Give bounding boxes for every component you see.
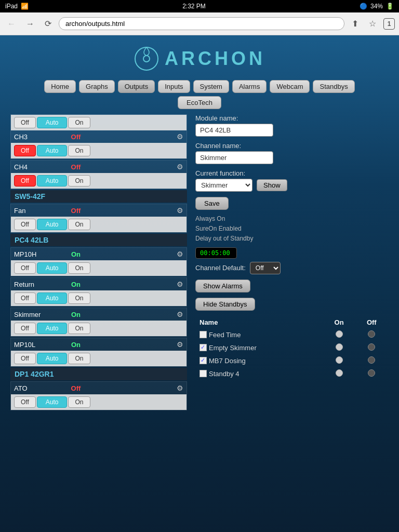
return-on-btn[interactable]: On (68, 292, 90, 304)
ch4-auto-btn[interactable]: Auto (37, 175, 68, 187)
module-name-label: Module name: (195, 114, 389, 122)
feedtime-on-radio[interactable] (336, 330, 343, 338)
bookmark-button[interactable]: ☆ (366, 18, 379, 30)
skimmer-on-btn[interactable]: On (68, 323, 90, 334)
ch3-bot-on-btn[interactable]: On (68, 145, 90, 156)
nav-system[interactable]: System (193, 80, 229, 93)
reload-button[interactable]: ⟳ (42, 18, 55, 30)
nav-inputs[interactable]: Inputs (158, 80, 190, 93)
url-bar[interactable] (59, 17, 344, 30)
ch4-gear-icon[interactable]: ⚙ (177, 163, 183, 171)
nav-alarms[interactable]: Alarms (232, 80, 267, 93)
channel-row-ato: ATO Off ⚙ (11, 382, 187, 394)
control-row-mp10l: Off Auto On (11, 351, 187, 366)
ato-on-btn[interactable]: On (68, 396, 90, 408)
col-on-header: On (324, 317, 355, 328)
ch3-bot-auto-btn[interactable]: Auto (37, 145, 68, 156)
control-row-mp10h: Off Auto On (11, 260, 187, 276)
mb7dosing-on-radio[interactable] (336, 356, 343, 364)
two-col-layout: Off Auto On CH3 Off ⚙ Off Auto On (10, 114, 389, 411)
channel-group-skimmer: Skimmer On ⚙ Off Auto On (10, 308, 187, 337)
show-alarms-button[interactable]: Show Alarms (195, 280, 250, 292)
channel-row-mp10h: MP10H On ⚙ (11, 248, 187, 260)
ch3-gear-icon[interactable]: ⚙ (177, 132, 183, 141)
ch3-top-off-btn[interactable]: Off (14, 117, 36, 128)
function-select[interactable]: Skimmer Always On Return Heater Chiller (195, 179, 252, 192)
ato-gear-icon[interactable]: ⚙ (177, 384, 183, 392)
standby4-off-radio[interactable] (368, 369, 375, 377)
return-off-btn[interactable]: Off (14, 292, 36, 304)
channel-row-fan: Fan Off ⚙ (11, 204, 187, 217)
col-name-header: Name (196, 317, 323, 328)
mp10h-gear-icon[interactable]: ⚙ (177, 250, 183, 258)
time-display: 2:32 PM (182, 3, 206, 10)
hide-standbys-button[interactable]: Hide Standbys (195, 298, 255, 311)
control-row-ch3-top: Off Auto On (11, 115, 187, 130)
ch4-label: CH4 (14, 163, 56, 171)
skimmer-gear-icon[interactable]: ⚙ (177, 310, 183, 318)
logo-text: ARCHON (165, 48, 265, 70)
back-button[interactable]: ← (4, 18, 19, 30)
ch3-top-on-btn[interactable]: On (68, 117, 90, 128)
standby-row-standby4: Standby 4 (196, 368, 388, 380)
mp10l-off-btn[interactable]: Off (14, 353, 36, 364)
fan-gear-icon[interactable]: ⚙ (177, 206, 183, 215)
ch4-off-btn[interactable]: Off (14, 175, 36, 187)
sureon-line: SureOn Enabled (195, 224, 389, 234)
mp10h-on-btn[interactable]: On (68, 262, 90, 274)
mb7dosing-checkbox[interactable] (200, 357, 207, 364)
mp10l-auto-btn[interactable]: Auto (37, 353, 68, 364)
channel-default-select[interactable]: Off On Auto (250, 262, 281, 274)
skimmer-auto-btn[interactable]: Auto (37, 323, 68, 334)
archon-logo-icon (134, 46, 159, 72)
feedtime-off-radio[interactable] (368, 330, 375, 338)
feedtime-checkbox[interactable] (200, 331, 207, 338)
nav-bar: Home Graphs Outputs Inputs System Alarms… (10, 80, 389, 93)
ato-auto-btn[interactable]: Auto (37, 396, 68, 408)
return-auto-btn[interactable]: Auto (37, 292, 68, 304)
ch4-on-btn[interactable]: On (68, 175, 90, 187)
emptyskimmer-off-radio[interactable] (368, 343, 375, 351)
svg-point-1 (143, 56, 150, 62)
fan-off-btn[interactable]: Off (14, 219, 36, 230)
control-row-ch4: Off Auto On (11, 173, 187, 189)
mp10h-off-btn[interactable]: Off (14, 262, 36, 274)
ecotech-button[interactable]: EcoTech (178, 96, 221, 109)
current-function-group: Current function: Skimmer Always On Retu… (195, 169, 389, 192)
nav-standbys[interactable]: Standbys (313, 80, 354, 93)
show-function-button[interactable]: Show (257, 179, 287, 191)
return-gear-icon[interactable]: ⚙ (177, 280, 183, 288)
ato-status: Off (58, 384, 94, 392)
control-row-ch3-bot: Off Auto On (11, 143, 187, 158)
fan-on-btn[interactable]: On (68, 219, 90, 230)
nav-home[interactable]: Home (44, 80, 76, 93)
nav-graphs[interactable]: Graphs (79, 80, 115, 93)
tab-count[interactable]: 1 (383, 18, 395, 30)
ato-off-btn[interactable]: Off (14, 396, 36, 408)
mp10h-auto-btn[interactable]: Auto (37, 262, 68, 274)
share-button[interactable]: ⬆ (349, 18, 362, 30)
fan-label: Fan (14, 207, 56, 215)
mp10l-on-btn[interactable]: On (68, 353, 90, 364)
channel-name-input[interactable] (195, 151, 273, 164)
module-name-input[interactable] (195, 124, 273, 137)
delay-time-input[interactable] (195, 247, 237, 259)
mp10l-gear-icon[interactable]: ⚙ (177, 340, 183, 349)
emptyskimmer-on-radio[interactable] (336, 343, 343, 351)
mb7dosing-off-radio[interactable] (368, 356, 375, 364)
main-content: ARCHON Home Graphs Outputs Inputs System… (0, 35, 399, 532)
fan-auto-btn[interactable]: Auto (37, 219, 68, 230)
wifi-icon: 📶 (21, 3, 29, 10)
save-button[interactable]: Save (195, 197, 229, 210)
skimmer-off-btn[interactable]: Off (14, 323, 36, 334)
nav-webcam[interactable]: Webcam (270, 80, 310, 93)
logo-area: ARCHON (10, 41, 389, 76)
standby4-checkbox[interactable] (200, 370, 207, 377)
standby4-on-radio[interactable] (336, 369, 343, 377)
forward-button[interactable]: → (23, 18, 37, 30)
nav-outputs[interactable]: Outputs (118, 80, 155, 93)
ch3-bot-off-btn[interactable]: Off (14, 145, 36, 156)
ch3-top-auto-btn[interactable]: Auto (37, 117, 68, 128)
emptyskimmer-checkbox[interactable] (200, 344, 207, 351)
channel-row-return: Return On ⚙ (11, 278, 187, 290)
